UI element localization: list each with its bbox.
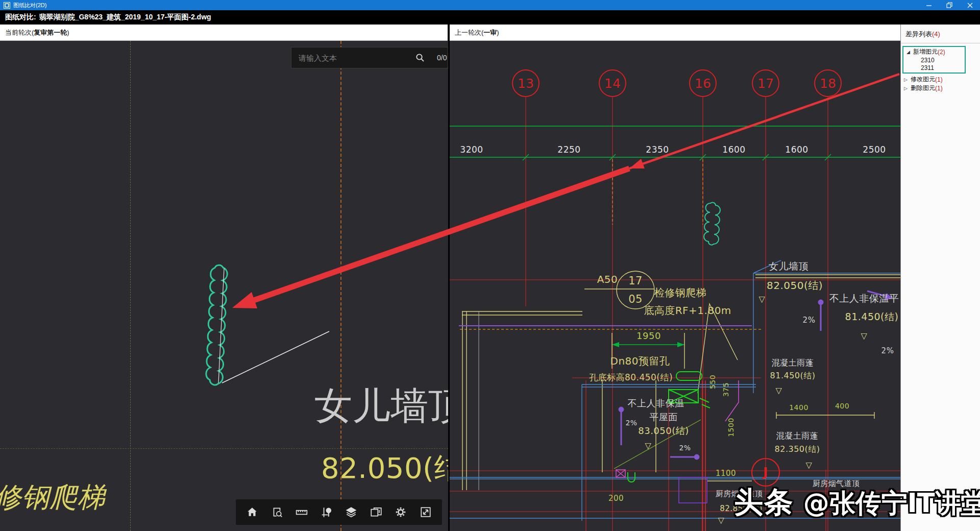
cad-annotation: 1400 [789, 403, 808, 412]
right-header-round: 一审 [483, 29, 497, 36]
expand-icon[interactable]: ▷ [904, 86, 911, 91]
fullscreen-icon[interactable] [417, 503, 434, 521]
diff-group-count: (1) [935, 76, 943, 83]
cad-annotation: 81.450(结) [845, 310, 899, 324]
cad-annotation: 混凝土雨蓬 [772, 358, 814, 369]
cad-annotation: 检修钢爬梯 [654, 286, 707, 300]
measure-icon[interactable] [293, 503, 310, 521]
diff-list-title: 差异列表(4) [901, 25, 980, 43]
diff-group-count: (2) [938, 49, 945, 56]
axis-bubble: 13 [512, 69, 540, 97]
cad-annotation: 82.050(结) [767, 279, 823, 293]
cad-annotation: 修钢爬梯 [0, 479, 105, 516]
title-bar: 图纸比对(2D) [0, 0, 980, 10]
dimension-value: 1600 [785, 144, 808, 155]
cad-annotation: 81.450(结) [770, 371, 816, 381]
left-header-round: 复审第一轮 [34, 29, 67, 36]
cad-annotation: 400 [835, 402, 849, 410]
home-icon[interactable] [243, 503, 261, 521]
restore-button[interactable] [939, 0, 960, 10]
right-panel-header: 上一轮次(一审) [450, 25, 900, 41]
diff-group-删除图元[interactable]: ▷删除图元(1) [901, 84, 980, 92]
dimension-value: 2350 [646, 144, 669, 155]
diff-list-title-text: 差异列表 [905, 30, 932, 38]
cad-annotation: 女儿墙顶 [769, 260, 808, 273]
cad-annotation: 82.050(结 [321, 449, 448, 488]
cad-annotation: 200 [608, 494, 624, 503]
cad-annotation: 375 [722, 382, 730, 397]
watermark-brand: 头条 [734, 485, 794, 519]
cad-annotation: 05 [628, 293, 643, 305]
dimension-value: 2250 [557, 144, 580, 155]
dimension-value: 1600 [722, 144, 745, 155]
cad-annotation: 550 [708, 375, 717, 389]
axis-bubble: 14 [599, 69, 626, 97]
close-button[interactable] [960, 0, 980, 10]
cad-annotation: 1100 [716, 469, 736, 478]
cad-annotation: 孔底标高80.450(结) [589, 372, 673, 383]
zoom-area-icon[interactable] [268, 503, 286, 521]
axis-bubble: 16 [689, 69, 717, 97]
cad-annotation: 不上人非保温平 [829, 292, 899, 305]
cad-annotation: 混凝土雨蓬 [776, 431, 819, 442]
locate-icon[interactable] [318, 503, 335, 521]
cad-annotation: 1500 [727, 418, 735, 437]
search-icon[interactable] [415, 53, 425, 62]
cad-annotation: 不上人非保温 [628, 397, 684, 409]
current-round-canvas[interactable]: 0/0 [0, 41, 448, 531]
left-header-suffix: ) [67, 29, 69, 36]
search-result-counter: 0/0 [437, 54, 447, 62]
axis-bubble: 17 [752, 69, 779, 97]
right-header-prefix: 上一轮次( [455, 29, 483, 36]
cad-annotation: Dn80预留孔 [610, 354, 670, 368]
diff-group-label: 修改图元 [911, 75, 935, 84]
diff-tree: ◢新增图元(2)23102311▷修改图元(1)▷删除图元(1) [901, 43, 980, 92]
file-name: 翡翠湖别院_G8%23_建筑_2019_10_17-平面图-2.dwg [39, 13, 211, 22]
diff-group-新增图元[interactable]: ◢新增图元(2) [903, 47, 965, 56]
diff-group-修改图元[interactable]: ▷修改图元(1) [901, 75, 980, 84]
diff-group-count: (1) [935, 85, 943, 92]
cad-annotation: 83.050(结) [638, 425, 689, 437]
diff-group-label: 新增图元 [913, 47, 938, 56]
axis-bubble: 18 [814, 69, 842, 97]
cad-annotation: 平屋面 [649, 411, 678, 423]
left-header-prefix: 当前轮次( [5, 29, 34, 36]
cad-annotation: 2% [803, 316, 816, 325]
cad-annotation: ▽ [806, 460, 813, 470]
diff-group-label: 删除图元 [911, 84, 935, 92]
cad-annotation: 82.350(结) [775, 444, 820, 455]
layers-icon[interactable] [342, 503, 360, 521]
revision-cloud-small [704, 202, 720, 245]
cad-annotation: 2% [679, 444, 691, 452]
diff-list-count: (4) [932, 30, 940, 38]
previous-round-canvas[interactable]: A501705检修钢爬梯底高度RF+1.80m1950Dn80预留孔孔底标高80… [450, 41, 900, 531]
cad-annotation: 2% [881, 346, 894, 355]
viewer-toolbar [236, 499, 442, 525]
cad-annotation: A50 [597, 273, 618, 285]
watermark: 头条 @张传宁IT讲堂 [734, 483, 980, 522]
app-icon [4, 2, 10, 9]
diff-item-2311[interactable]: 2311 [903, 64, 965, 71]
cad-annotation: 女儿墙顶 [314, 381, 448, 432]
cad-annotation: 1950 [636, 330, 661, 341]
compare-view-icon[interactable] [368, 503, 385, 521]
left-panel-header: 当前轮次(复审第一轮) [0, 25, 448, 41]
cad-annotation: 底高度RF+1.80m [644, 304, 731, 318]
minimize-button[interactable] [919, 0, 939, 10]
right-header-suffix: ) [497, 29, 499, 36]
cad-annotation: 17 [628, 275, 643, 287]
cad-annotation: ▽ [645, 441, 652, 450]
search-input[interactable] [291, 53, 401, 63]
cad-annotation: 2% [625, 419, 637, 427]
diff-item-2310[interactable]: 2310 [903, 56, 965, 64]
cad-annotation: ▽ [776, 385, 782, 395]
cad-annotation: ▽ [861, 331, 868, 341]
dimension-value: 3200 [460, 144, 483, 155]
window-title: 图纸比对(2D) [13, 2, 46, 9]
collapse-icon[interactable]: ◢ [906, 50, 913, 55]
cad-annotation: J [763, 465, 768, 479]
settings-icon[interactable] [392, 503, 409, 521]
expand-icon[interactable]: ▷ [904, 77, 911, 82]
cad-annotation: ▽ [759, 294, 766, 304]
file-bar-label: 图纸对比: [5, 13, 36, 22]
